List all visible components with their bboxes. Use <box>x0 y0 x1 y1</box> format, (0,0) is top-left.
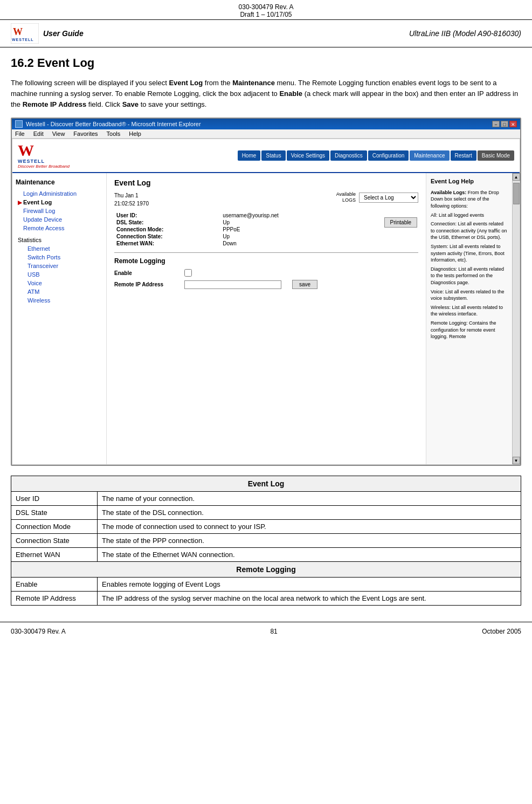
connmode-desc: The mode of connection used to connect t… <box>98 520 521 534</box>
router-ui: W WESTELL Discover Better Broadband Home… <box>12 139 520 465</box>
table-row-connmode: Connection Mode The mode of connection u… <box>11 520 521 534</box>
router-tagline: Discover Better Broadband <box>18 164 70 169</box>
dslstate-value: Up <box>220 219 345 226</box>
nav-voice-settings[interactable]: Voice Settings <box>287 150 329 161</box>
table-row-ethernetwan: Ethernet WAN The state of the Ethernet W… <box>11 548 521 562</box>
sidebar-stats-section: Statistics <box>16 237 103 243</box>
menu-view[interactable]: View <box>52 130 65 137</box>
browser-controls[interactable]: − □ ✕ <box>492 121 517 127</box>
event-log-time: 21:02:52 1970 <box>114 200 149 208</box>
enable-field: Enable <box>11 578 98 592</box>
header-line2: Draft 1 – 10/17/05 <box>0 11 532 18</box>
nav-maintenance[interactable]: Maintenance <box>410 150 449 161</box>
browser-scrollbar[interactable]: ▲ ▼ <box>512 173 520 464</box>
table-row-remoteip: Remote IP Address The IP address of the … <box>11 592 521 606</box>
maximize-button[interactable]: □ <box>501 121 508 127</box>
printable-button[interactable]: Printable <box>384 217 417 228</box>
ethernetwan-label: Ethernet WAN: <box>114 240 220 247</box>
help-para-2: Connection: List all events related to c… <box>431 221 508 241</box>
model-title: UltraLine IIB (Model A90-816030) <box>409 29 521 38</box>
event-log-top: Thu Jan 1 21:02:52 1970 AvailableLOGS Se… <box>114 191 418 208</box>
sidebar-item-transceiver[interactable]: Transceiver <box>16 262 103 270</box>
sidebar-item-wireless[interactable]: Wireless <box>16 296 103 305</box>
remoteip-field: Remote IP Address <box>11 592 98 606</box>
desc-bold5: Remote IP Address <box>23 100 87 108</box>
help-para-5: Voice: List all events related to the vo… <box>431 288 508 302</box>
table-row-connstate: Connection State The state of the PPP co… <box>11 534 521 548</box>
browser-menubar: File Edit View Favorites Tools Help <box>12 129 520 139</box>
scroll-up-button[interactable]: ▲ <box>513 173 520 181</box>
router-help: Event Log Help Available Logs: From the … <box>426 173 512 464</box>
menu-tools[interactable]: Tools <box>107 130 121 137</box>
router-sidebar: Maintenance Login Administration ▶ Event… <box>12 173 107 464</box>
sidebar-item-ethernet[interactable]: Ethernet <box>16 244 103 253</box>
enable-label: Enable <box>114 270 184 276</box>
sidebar-item-eventlog[interactable]: ▶ Event Log <box>16 198 103 207</box>
table-row-dslstate: DSL State The state of the DSL connectio… <box>11 506 521 520</box>
doc-footer: 030-300479 Rev. A 81 October 2005 <box>0 622 532 641</box>
nav-diagnostics[interactable]: Diagnostics <box>330 150 367 161</box>
nav-configuration[interactable]: Configuration <box>368 150 409 161</box>
svg-text:WESTELL: WESTELL <box>12 38 33 42</box>
available-logs-label: AvailableLOGS <box>336 191 356 203</box>
help-para-4: Diagnostics: List all events related to … <box>431 266 508 286</box>
router-logo-area: W WESTELL Discover Better Broadband <box>18 142 70 169</box>
nav-status[interactable]: Status <box>261 150 285 161</box>
select-log-dropdown[interactable]: Select a Log <box>359 193 418 203</box>
footer-center: 81 <box>270 628 277 635</box>
table-row-userid: User ID: username@yourisp.net Printable <box>114 212 418 219</box>
save-button[interactable]: save <box>292 280 317 289</box>
lower-content: Event Log User ID The name of your conne… <box>0 466 532 611</box>
sidebar-item-voice[interactable]: Voice <box>16 279 103 287</box>
enable-checkbox[interactable] <box>184 269 192 277</box>
help-para-7: Remote Logging: Contains the configurati… <box>431 320 508 340</box>
menu-help[interactable]: Help <box>129 130 141 137</box>
desc-bold1: Event Log <box>169 79 203 87</box>
help-para-0: Available Logs: From the Drop Down box s… <box>431 189 508 210</box>
sidebar-item-firewalllog[interactable]: Firewall Log <box>16 207 103 215</box>
userid-label: User ID: <box>114 212 220 219</box>
help-para-3: System: List all events related to syste… <box>431 243 508 264</box>
form-row-remoteip: Remote IP Address save <box>114 280 418 289</box>
footer-right: October 2005 <box>482 628 521 635</box>
sidebar-item-login[interactable]: Login Administration <box>16 189 103 198</box>
connstate-desc: The state of the PPP connection. <box>98 534 521 548</box>
nav-restart[interactable]: Restart <box>451 150 476 161</box>
scroll-down-button[interactable]: ▼ <box>513 457 520 464</box>
userid-value: username@yourisp.net <box>220 212 345 219</box>
browser-title: Westell - Discover Better Broadband® - M… <box>15 120 201 128</box>
sidebar-section-title: Maintenance <box>16 178 103 186</box>
description-paragraph: The following screen will be displayed i… <box>0 72 532 118</box>
userid-field: User ID <box>11 492 98 506</box>
connmode-field: Connection Mode <box>11 520 98 534</box>
desc-bold4: Enable <box>279 90 302 98</box>
desc-bold2: Maintenance <box>232 79 275 87</box>
sidebar-item-atm[interactable]: ATM <box>16 287 103 296</box>
desc-text2: from the <box>203 79 232 87</box>
dslstate-label: DSL State: <box>114 219 220 226</box>
form-row-enable: Enable <box>114 269 418 277</box>
router-header: W WESTELL Discover Better Broadband Home… <box>12 139 520 173</box>
divider <box>114 252 418 253</box>
remote-ip-input[interactable] <box>184 280 281 289</box>
sidebar-item-switchports[interactable]: Switch Ports <box>16 253 103 262</box>
connstate-field: Connection State <box>11 534 98 548</box>
connmode-value: PPPoE <box>220 226 345 233</box>
sidebar-item-usb[interactable]: USB <box>16 270 103 279</box>
nav-basic-mode[interactable]: Basic Mode <box>478 150 514 161</box>
table-header-row: Event Log <box>11 476 521 492</box>
connection-info-table: User ID: username@yourisp.net Printable … <box>114 212 418 247</box>
desc-text5: field. Click <box>86 100 122 108</box>
table-row-userid: User ID The name of your connection. <box>11 492 521 506</box>
scroll-thumb[interactable] <box>513 183 520 204</box>
dslstate-field: DSL State <box>11 506 98 520</box>
sidebar-item-remoteaccess[interactable]: Remote Access <box>16 224 103 232</box>
sidebar-item-updatedevice[interactable]: Update Device <box>16 215 103 224</box>
menu-file[interactable]: File <box>15 130 25 137</box>
menu-edit[interactable]: Edit <box>33 130 44 137</box>
menu-favorites[interactable]: Favorites <box>73 130 98 137</box>
minimize-button[interactable]: − <box>492 121 500 127</box>
close-button[interactable]: ✕ <box>509 121 517 127</box>
router-logo-w: W <box>18 142 70 159</box>
nav-home[interactable]: Home <box>238 150 261 161</box>
